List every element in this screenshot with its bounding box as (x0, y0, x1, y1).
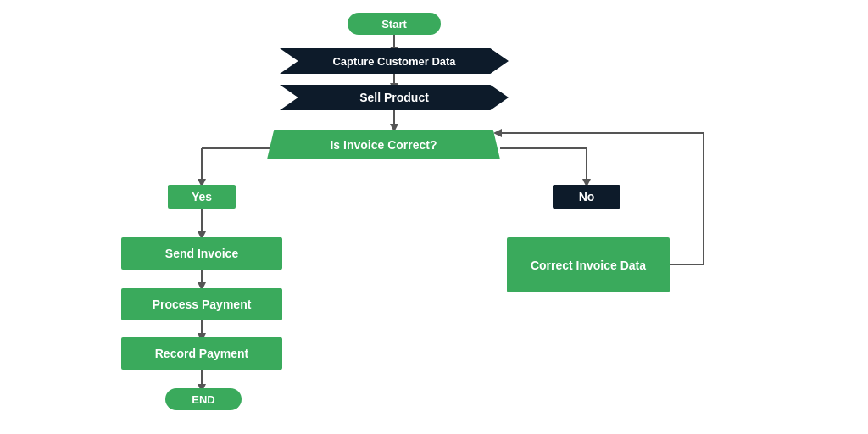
correct-invoice-data-node: Correct Invoice Data (507, 237, 670, 292)
end-node: END (165, 388, 242, 410)
process-payment-node: Process Payment (121, 288, 282, 320)
start-node: Start (348, 13, 441, 35)
send-invoice-node: Send Invoice (121, 237, 282, 270)
sell-product-node: Sell Product (280, 85, 509, 110)
flowchart-container: Start Capture Customer Data Sell Product… (0, 0, 868, 434)
yes-label: Yes (168, 185, 236, 209)
is-invoice-correct-node: Is Invoice Correct? (267, 130, 500, 159)
record-payment-node: Record Payment (121, 337, 282, 370)
no-label: No (553, 185, 620, 209)
capture-customer-data-node: Capture Customer Data (280, 48, 509, 74)
